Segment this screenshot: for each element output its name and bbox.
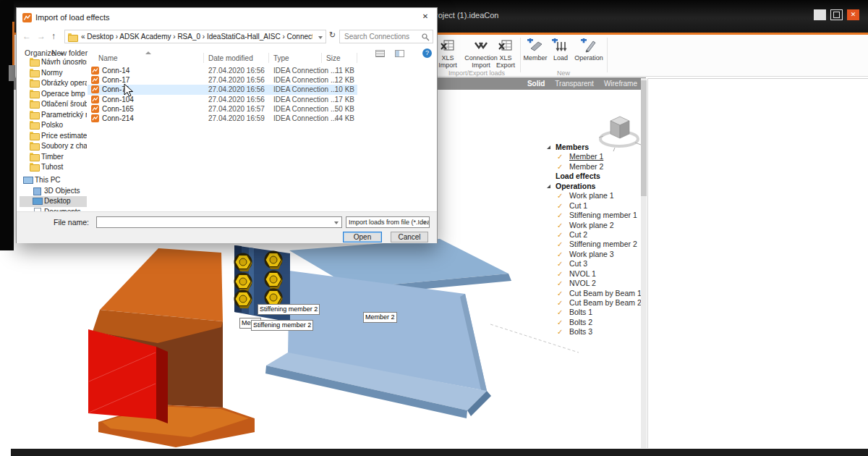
- help-icon[interactable]: [422, 48, 432, 58]
- tree-row[interactable]: ✓ Stiffening member 1: [545, 211, 644, 220]
- xls-export-button[interactable]: XLS Export: [493, 37, 519, 70]
- check-icon[interactable]: ✓: [557, 240, 563, 249]
- preview-pane-icon[interactable]: [395, 50, 404, 57]
- sidebar-item[interactable]: Price estimate: [20, 131, 87, 142]
- open-button[interactable]: Open: [343, 232, 382, 242]
- file-row[interactable]: Conn-165 27.04.2020 16:57 IDEA Connectio…: [88, 104, 357, 114]
- xls-import-button[interactable]: XLS Import: [435, 37, 461, 70]
- new-folder-button[interactable]: New folder: [51, 48, 88, 57]
- check-icon[interactable]: ✓: [557, 162, 563, 172]
- tree-row[interactable]: ✓ Work plane 2: [545, 221, 644, 230]
- forward-icon[interactable]: →: [37, 31, 46, 41]
- idea-file-icon: [91, 105, 99, 113]
- tree-row[interactable]: ✓ Members: [545, 143, 644, 152]
- sidebar-item[interactable]: Soubory z chatu: [20, 141, 87, 152]
- search-input[interactable]: Search Connections: [339, 30, 433, 43]
- check-icon[interactable]: ✓: [557, 298, 563, 308]
- tree-row[interactable]: ✓ NVOL 2: [545, 279, 644, 288]
- view-mode-wireframe[interactable]: Wireframe: [604, 80, 637, 88]
- check-icon[interactable]: ✓: [557, 308, 563, 317]
- tree-row[interactable]: ✓ Bolts 1: [545, 308, 644, 317]
- sidebar-item-icon: [23, 176, 33, 184]
- list-view-icon[interactable]: [375, 50, 385, 57]
- chevron-down-icon[interactable]: [334, 221, 339, 224]
- member1-beam[interactable]: [88, 248, 255, 447]
- view-mode-transparent[interactable]: Transparent: [555, 80, 594, 88]
- tree-row[interactable]: ✓ Load effects: [545, 172, 644, 181]
- check-icon[interactable]: ✓: [557, 221, 563, 230]
- sidebar-item[interactable]: This PC: [20, 175, 87, 186]
- tree-row[interactable]: ✓ Work plane 3: [545, 250, 644, 259]
- check-icon[interactable]: ✓: [557, 289, 563, 298]
- sidebar-item[interactable]: Parametrický ná: [20, 110, 87, 121]
- up-icon[interactable]: ↑: [51, 31, 56, 41]
- sidebar-item[interactable]: Návrh únosnost: [20, 57, 87, 68]
- chevron-down-icon[interactable]: [318, 36, 323, 39]
- maximize-button[interactable]: [830, 9, 843, 20]
- tree-row[interactable]: ✓ Member 2: [545, 162, 644, 172]
- tree-row[interactable]: ✓ Bolts 2: [545, 318, 644, 327]
- check-icon[interactable]: ✓: [557, 191, 563, 200]
- check-icon[interactable]: ✓: [557, 230, 563, 240]
- sidebar-item[interactable]: Obrázky operaci: [20, 78, 87, 89]
- column-size[interactable]: Size: [326, 54, 340, 62]
- left-scroll-thumb[interactable]: [9, 65, 15, 81]
- dialog-nav-row: ← → ↑ « Desktop › ADSK Academy › RSA_0 ›…: [17, 27, 438, 47]
- sidebar-item[interactable]: Tuhost: [20, 162, 87, 173]
- tree-row[interactable]: ✓ Member 1: [545, 152, 644, 161]
- new-member-button[interactable]: Member: [522, 37, 548, 70]
- tree-row[interactable]: ✓ Cut 3: [545, 259, 644, 269]
- new-load-button[interactable]: Load: [550, 37, 571, 70]
- check-icon[interactable]: ✓: [557, 250, 563, 259]
- tree-row[interactable]: ✓ Cut Beam by Beam 1: [545, 289, 644, 298]
- sidebar-item[interactable]: Otlačení šroubů: [20, 99, 87, 110]
- sidebar-item[interactable]: 3D Objects: [20, 186, 87, 197]
- tree-row[interactable]: ✓ Stiffening member 2: [545, 240, 644, 249]
- tree-row[interactable]: ✓ NVOL 1: [545, 269, 644, 279]
- expand-triangle-icon[interactable]: [547, 185, 550, 188]
- check-icon[interactable]: ✓: [557, 152, 563, 161]
- check-icon[interactable]: ✓: [557, 327, 563, 337]
- view-mode-solid[interactable]: Solid: [527, 80, 545, 88]
- check-icon[interactable]: ✓: [557, 211, 563, 220]
- file-type-filter[interactable]: Import loads from file (*.IdeaCc: [346, 216, 430, 228]
- tree-row[interactable]: ✓ Cut 2: [545, 230, 644, 240]
- right-panel: [647, 78, 868, 448]
- file-row[interactable]: Conn-14 27.04.2020 16:56 IDEA Connection…: [88, 66, 357, 75]
- sidebar-item[interactable]: Timber: [20, 152, 87, 163]
- sidebar-item[interactable]: Polsko: [20, 120, 87, 131]
- dialog-title-bar[interactable]: Import of load effects: [17, 8, 437, 27]
- dialog-close-icon[interactable]: [414, 8, 437, 25]
- check-icon[interactable]: ✓: [557, 259, 563, 269]
- file-name-input[interactable]: [96, 216, 342, 228]
- tree-row[interactable]: ✓ Operations: [545, 182, 644, 191]
- sidebar-scroll-up-icon[interactable]: [79, 59, 85, 62]
- cancel-button[interactable]: Cancel: [391, 232, 428, 242]
- column-date-modified[interactable]: Date modified: [208, 54, 253, 62]
- sidebar-item[interactable]: Desktop: [20, 196, 87, 207]
- sidebar-item-icon: [30, 153, 39, 161]
- column-type[interactable]: Type: [273, 54, 289, 62]
- check-icon[interactable]: ✓: [557, 318, 563, 327]
- group-caption: Import/Export loads: [435, 69, 519, 77]
- back-icon[interactable]: ←: [22, 31, 31, 41]
- sidebar-item-icon: [30, 79, 39, 87]
- tree-row[interactable]: ✓ Bolts 3: [545, 327, 644, 337]
- new-operation-button[interactable]: Operation: [573, 37, 605, 70]
- check-icon[interactable]: ✓: [557, 201, 563, 211]
- check-icon[interactable]: ✓: [557, 279, 563, 288]
- sidebar-item[interactable]: Operace bmp: [20, 89, 87, 100]
- sidebar-item[interactable]: Normy: [20, 68, 87, 79]
- tree-row[interactable]: ✓ Cut 1: [545, 201, 644, 211]
- check-icon[interactable]: ✓: [557, 269, 563, 279]
- breadcrumb[interactable]: « Desktop › ADSK Academy › RSA_0 › IdeaS…: [64, 30, 326, 43]
- close-button[interactable]: [847, 9, 859, 20]
- file-row[interactable]: Conn-214 27.04.2020 16:59 IDEA Connectio…: [88, 114, 357, 123]
- expand-triangle-icon[interactable]: [547, 145, 550, 149]
- tree-row[interactable]: ✓ Work plane 1: [545, 191, 644, 200]
- tree-scrollbar[interactable]: [641, 78, 647, 448]
- minimize-button[interactable]: [814, 9, 826, 20]
- refresh-icon[interactable]: [329, 30, 336, 40]
- column-name[interactable]: Name: [98, 54, 118, 62]
- tree-row[interactable]: ✓ Cut Beam by Beam 2: [545, 298, 644, 308]
